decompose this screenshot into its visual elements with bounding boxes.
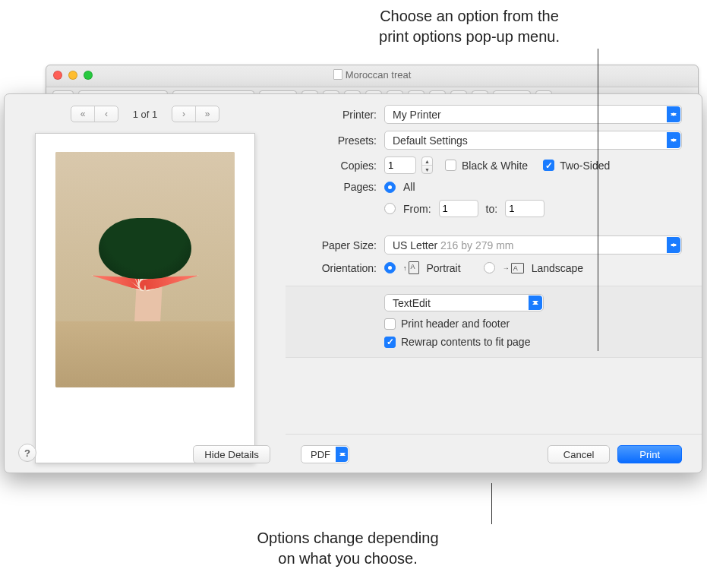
callout-bottom: Options change depending on what you cho… [204,528,492,569]
landscape-icon: → [503,263,524,273]
print-options-menu[interactable]: TextEdit [384,294,544,311]
pages-label: Pages: [293,181,377,193]
document-icon [333,69,342,80]
presets-label: Presets: [293,134,377,147]
pages-from-label: From: [403,203,431,215]
black-white-checkbox[interactable] [445,160,456,171]
last-page-button[interactable]: » [196,106,219,122]
page-indicator: 1 of 1 [126,109,164,120]
pages-to-field[interactable] [505,200,544,217]
prev-page-button[interactable]: ‹ [95,106,118,122]
copies-field[interactable] [384,156,416,174]
pages-to-label: to: [486,203,498,215]
pdf-menu[interactable]: PDF [301,445,349,463]
orientation-portrait-radio[interactable] [384,262,396,273]
prev-page-segment: « ‹ [71,106,118,122]
header-footer-label: Print header and footer [401,318,510,330]
pages-all-label: All [403,181,415,193]
printer-menu[interactable]: My Printer [384,105,682,124]
preview-image [55,152,235,387]
presets-menu[interactable]: Default Settings [384,131,682,150]
next-page-button[interactable]: › [172,106,195,122]
header-footer-checkbox[interactable] [384,318,396,330]
black-white-label: Black & White [462,160,528,172]
pages-all-radio[interactable] [384,182,396,193]
help-button[interactable]: ? [18,444,36,462]
orientation-landscape-radio[interactable] [484,262,495,273]
rewrap-label: Rewrap contents to fit page [401,336,530,348]
two-sided-checkbox[interactable] [543,160,554,171]
printer-label: Printer: [293,109,377,121]
page-navigator: « ‹ 1 of 1 › » [20,106,270,122]
portrait-icon: ↑ [403,261,419,274]
cancel-button[interactable]: Cancel [548,445,610,463]
window-title: Moroccan treat [46,69,698,81]
pages-from-field[interactable] [439,200,478,217]
paper-size-label: Paper Size: [293,239,377,251]
next-page-segment: › » [172,106,219,122]
settings-pane: Printer: My Printer Presets: Default Set… [286,94,702,473]
first-page-button[interactable]: « [71,106,94,122]
two-sided-label: Two-Sided [560,160,610,172]
hide-details-button[interactable]: Hide Details [193,445,270,463]
callout-top: Choose an option from the print options … [317,6,621,47]
orientation-label: Orientation: [293,262,377,274]
pages-range-radio[interactable] [384,203,396,214]
rewrap-checkbox[interactable] [384,337,396,348]
copies-stepper[interactable]: ▲▼ [421,156,433,174]
preview-pane: « ‹ 1 of 1 › » [5,94,286,473]
dialog-footer: PDF Cancel Print [286,434,702,463]
callout-line-bottom [491,483,492,524]
paper-size-menu[interactable]: US Letter 216 by 279 mm [384,236,682,254]
print-button[interactable]: Print [617,445,682,463]
callout-line-top [598,49,598,351]
orientation-portrait-label: Portrait [427,262,461,274]
app-options-section: TextEdit Print header and footer Rewrap … [286,286,702,358]
page-preview[interactable] [35,133,255,463]
orientation-landscape-label: Landscape [532,262,584,274]
copies-label: Copies: [293,160,377,172]
